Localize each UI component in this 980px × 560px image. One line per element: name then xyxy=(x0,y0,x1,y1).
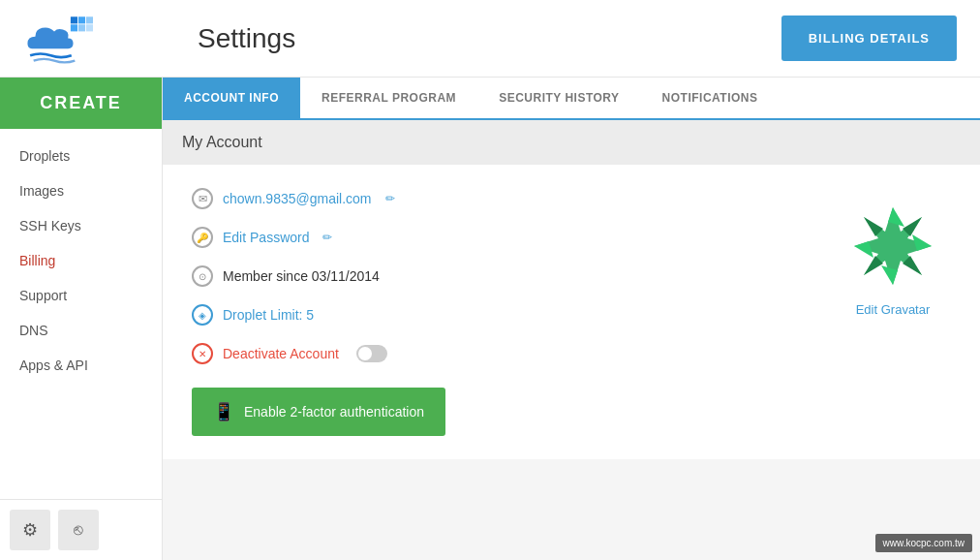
tab-security-history[interactable]: SECURITY HISTORY xyxy=(477,78,640,118)
gravatar-area: Edit Gravatar xyxy=(835,188,951,436)
create-button[interactable]: CREATE xyxy=(0,78,162,129)
sidebar-item-billing[interactable]: Billing xyxy=(0,243,162,278)
sidebar-bottom: ⚙ ⎋ xyxy=(0,499,162,560)
my-account-header: My Account xyxy=(163,120,980,165)
deactivate-toggle[interactable] xyxy=(356,345,387,362)
gravatar-image xyxy=(844,198,941,295)
sidebar-item-images[interactable]: Images xyxy=(0,173,162,208)
content-area: ACCOUNT INFO REFERRAL PROGRAM SECURITY H… xyxy=(163,78,980,560)
logout-button[interactable]: ⎋ xyxy=(58,510,99,550)
email-icon: ✉ xyxy=(192,188,213,209)
tab-notifications[interactable]: NOTIFICATIONS xyxy=(641,78,780,118)
member-since-text: Member since 03/11/2014 xyxy=(223,268,380,284)
svg-rect-4 xyxy=(78,24,85,31)
password-icon: 🔑 xyxy=(192,227,213,248)
logout-icon: ⎋ xyxy=(74,521,83,539)
svg-rect-1 xyxy=(78,16,85,23)
sidebar-item-dns[interactable]: DNS xyxy=(0,313,162,348)
svg-rect-0 xyxy=(71,16,77,23)
logo-icon xyxy=(23,12,101,65)
edit-gravatar-link[interactable]: Edit Gravatar xyxy=(856,302,931,317)
sidebar-item-ssh-keys[interactable]: SSH Keys xyxy=(0,208,162,243)
sidebar-item-apps-api[interactable]: Apps & API xyxy=(0,348,162,383)
gear-icon: ⚙ xyxy=(22,519,38,541)
billing-details-button[interactable]: BILLING DETAILS xyxy=(781,16,957,61)
tab-referral-program[interactable]: REFERRAL PROGRAM xyxy=(300,78,477,118)
twofa-button[interactable]: 📱 Enable 2-factor authentication xyxy=(192,388,445,436)
edit-password-link[interactable]: Edit Password xyxy=(223,230,309,245)
droplet-limit-text: Droplet Limit: 5 xyxy=(223,307,314,323)
droplet-icon: ◈ xyxy=(192,304,213,326)
sidebar-item-droplets[interactable]: Droplets xyxy=(0,139,162,173)
deactivate-link[interactable]: Deactivate Account xyxy=(223,346,339,361)
deactivate-icon: ✕ xyxy=(192,343,213,364)
sidebar-nav: Droplets Images SSH Keys Billing Support… xyxy=(0,129,162,499)
edit-password-icon[interactable]: ✏ xyxy=(322,231,332,244)
account-info: ✉ chown.9835@gmail.com ✏ 🔑 Edit Password… xyxy=(192,188,815,436)
header: Settings BILLING DETAILS xyxy=(0,0,980,78)
member-since-row: ⊙ Member since 03/11/2014 xyxy=(192,265,815,287)
tabs-bar: ACCOUNT INFO REFERRAL PROGRAM SECURITY H… xyxy=(163,78,980,120)
tab-account-info[interactable]: ACCOUNT INFO xyxy=(163,78,300,118)
sidebar: CREATE Droplets Images SSH Keys Billing … xyxy=(0,78,163,560)
phone-icon: 📱 xyxy=(213,401,234,422)
app-container: Settings BILLING DETAILS CREATE Droplets… xyxy=(0,0,980,560)
svg-rect-3 xyxy=(71,24,77,31)
account-body: ✉ chown.9835@gmail.com ✏ 🔑 Edit Password… xyxy=(163,165,980,459)
logo-area xyxy=(23,12,178,65)
edit-email-icon[interactable]: ✏ xyxy=(385,192,395,205)
svg-rect-5 xyxy=(86,24,93,31)
password-row: 🔑 Edit Password ✏ xyxy=(192,227,815,248)
email-link[interactable]: chown.9835@gmail.com xyxy=(223,191,372,206)
page-title: Settings xyxy=(178,23,781,54)
settings-button[interactable]: ⚙ xyxy=(10,510,50,550)
twofa-section: 📱 Enable 2-factor authentication xyxy=(192,388,815,436)
main-layout: CREATE Droplets Images SSH Keys Billing … xyxy=(0,78,980,560)
twofa-btn-label: Enable 2-factor authentication xyxy=(244,404,424,420)
sidebar-item-support[interactable]: Support xyxy=(0,278,162,313)
svg-rect-2 xyxy=(86,16,93,23)
deactivate-row: ✕ Deactivate Account xyxy=(192,343,815,364)
droplet-limit-row: ◈ Droplet Limit: 5 xyxy=(192,304,815,326)
email-row: ✉ chown.9835@gmail.com ✏ xyxy=(192,188,815,209)
watermark: www.kocpc.com.tw xyxy=(875,534,972,552)
calendar-icon: ⊙ xyxy=(192,265,213,287)
